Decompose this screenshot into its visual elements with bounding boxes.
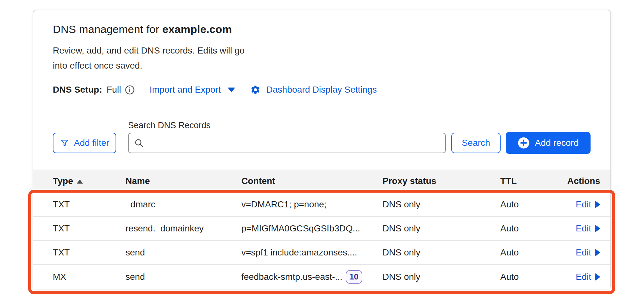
record-content: feedback-smtp.us-east-... 10 <box>241 270 382 284</box>
edit-link[interactable]: Edit <box>576 247 600 258</box>
edit-label: Edit <box>576 247 591 258</box>
record-content: v=spf1 include:amazonses.... <box>241 247 382 258</box>
column-header-actions: Actions <box>548 176 610 186</box>
filter-icon <box>60 138 69 148</box>
dns-setup-row: DNS Setup: Full Import and Export Dashbo… <box>53 83 377 97</box>
record-content: p=MIGfMA0GCSqGSIb3DQ... <box>241 223 382 234</box>
add-record-label: Add record <box>535 138 579 148</box>
table-row: TXT resend._domainkey p=MIGfMA0GCSqGSIb3… <box>33 217 610 241</box>
record-type: TXT <box>33 199 125 210</box>
page-subtitle: Review, add, and edit DNS records. Edits… <box>53 43 255 73</box>
edit-label: Edit <box>576 223 591 234</box>
page-title-domain: example.com <box>162 23 232 35</box>
search-icon <box>134 138 144 148</box>
chevron-right-icon <box>595 273 600 280</box>
import-export-link[interactable]: Import and Export <box>149 85 235 95</box>
chevron-right-icon <box>595 225 600 232</box>
page: DNS management for example.com Review, a… <box>0 0 644 300</box>
page-title: DNS management for example.com <box>53 23 232 36</box>
column-header-name: Name <box>125 176 241 186</box>
chevron-right-icon <box>595 249 600 256</box>
record-name: _dmarc <box>125 199 241 210</box>
edit-label: Edit <box>576 272 591 282</box>
record-type: TXT <box>33 247 125 258</box>
record-proxy-status: DNS only <box>382 223 500 234</box>
add-filter-label: Add filter <box>74 138 109 148</box>
column-header-content: Content <box>241 176 382 186</box>
search-input[interactable] <box>147 133 440 153</box>
dns-setup-label: DNS Setup: <box>53 85 102 95</box>
record-type: MX <box>33 272 125 282</box>
record-ttl: Auto <box>500 199 548 210</box>
search-input-wrapper[interactable] <box>128 133 446 153</box>
plus-icon <box>518 137 530 149</box>
add-record-button[interactable]: Add record <box>506 132 591 154</box>
dashboard-display-settings-link[interactable]: Dashboard Display Settings <box>250 85 377 95</box>
search-label: Search DNS Records <box>128 121 211 130</box>
record-ttl: Auto <box>500 272 548 282</box>
record-ttl: Auto <box>500 247 548 258</box>
info-icon[interactable] <box>125 85 135 95</box>
record-name: send <box>125 247 241 258</box>
record-ttl: Auto <box>500 223 548 234</box>
toolbar: Add filter Search Add record <box>53 132 591 154</box>
chevron-down-icon <box>228 88 235 92</box>
table-row: TXT send v=spf1 include:amazonses.... DN… <box>33 241 610 265</box>
column-header-proxy-status: Proxy status <box>382 176 500 186</box>
search-button[interactable]: Search <box>451 133 501 153</box>
table-body: TXT _dmarc v=DMARC1; p=none; DNS only Au… <box>33 193 610 289</box>
record-content-text: v=DMARC1; p=none; <box>241 199 326 210</box>
add-filter-button[interactable]: Add filter <box>53 133 116 153</box>
gear-icon <box>250 85 261 95</box>
chevron-right-icon <box>595 201 600 208</box>
table-row: TXT _dmarc v=DMARC1; p=none; DNS only Au… <box>33 193 610 217</box>
edit-link[interactable]: Edit <box>576 199 600 210</box>
record-proxy-status: DNS only <box>382 247 500 258</box>
record-content-text: v=spf1 include:amazonses.... <box>241 247 357 258</box>
sort-ascending-icon <box>77 179 83 184</box>
record-content: v=DMARC1; p=none; <box>241 199 382 210</box>
edit-label: Edit <box>576 199 591 210</box>
edit-link[interactable]: Edit <box>576 223 600 234</box>
dashboard-display-settings-label: Dashboard Display Settings <box>266 85 377 95</box>
dns-setup-value: Full <box>107 85 121 95</box>
column-header-ttl: TTL <box>500 176 548 186</box>
import-export-label: Import and Export <box>149 85 221 95</box>
priority-badge: 10 <box>346 270 362 284</box>
dns-management-card: DNS management for example.com Review, a… <box>33 10 611 289</box>
record-proxy-status: DNS only <box>382 199 500 210</box>
edit-link[interactable]: Edit <box>576 272 600 282</box>
page-title-prefix: DNS management for <box>53 23 162 35</box>
record-content-text: feedback-smtp.us-east-... <box>241 272 342 282</box>
record-name: resend._domainkey <box>125 223 241 234</box>
record-content-text: p=MIGfMA0GCSqGSIb3DQ... <box>241 223 360 234</box>
record-proxy-status: DNS only <box>382 272 500 282</box>
record-type: TXT <box>33 223 125 234</box>
record-name: send <box>125 272 241 282</box>
column-header-type[interactable]: Type <box>33 176 125 186</box>
table-header-row: Type Name Content Proxy status TTL Actio… <box>33 170 610 193</box>
table-row: MX send feedback-smtp.us-east-... 10 DNS… <box>33 265 610 289</box>
